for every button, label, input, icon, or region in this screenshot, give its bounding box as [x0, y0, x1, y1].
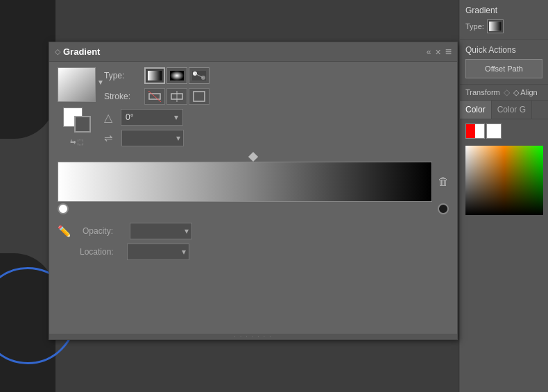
svg-rect-2 [465, 146, 543, 215]
left-thumbs: ▼ ⇆ ⬚ [58, 67, 96, 146]
titlebar-left: ◇ Gradient [55, 46, 100, 57]
stroke-row: Stroke: [104, 88, 449, 105]
location-dropdown[interactable]: ▾ [127, 244, 189, 260]
main-controls-area: ▼ ⇆ ⬚ Type: [49, 62, 457, 146]
right-gradient-title: Gradient [465, 6, 542, 15]
right-side-panel: Gradient Type: Quick Actions Offset Path [459, 0, 548, 392]
swap-icons-row: ⇆ ⬚ [70, 138, 83, 146]
gradient-thumbnail-wrapper: ▼ [58, 67, 96, 102]
right-type-label: Type: [465, 22, 484, 31]
gradient-bar[interactable] [58, 162, 432, 202]
opacity-label: Opacity: [83, 226, 124, 236]
effect-icon: ⇌ [104, 132, 113, 144]
stroke-btn-1[interactable] [144, 88, 165, 105]
svg-rect-3 [148, 71, 162, 80]
thumb-dropdown-arrow[interactable]: ▼ [97, 78, 104, 86]
quick-actions-section: Quick Actions Offset Path [460, 40, 548, 85]
location-label: Location: [80, 247, 121, 257]
type-label: Type: [104, 71, 139, 80]
type-freeform-btn[interactable] [189, 67, 209, 84]
transform-label[interactable]: Transform [465, 88, 500, 96]
svg-rect-13 [194, 92, 205, 101]
eyedropper-icon[interactable]: ✏️ [58, 225, 71, 238]
type-linear-btn[interactable] [144, 67, 165, 84]
stroke-btn-3[interactable] [189, 88, 209, 105]
svg-rect-4 [170, 71, 184, 80]
gradient-bar-section: 🗑 [49, 146, 457, 216]
bottom-controls: ✏️ Opacity: ▾ Location: ▾ [49, 216, 457, 267]
reset-icon[interactable]: ⬚ [77, 138, 83, 146]
angle-icon: △ [104, 111, 112, 124]
align-label[interactable]: ◇ Align [513, 88, 538, 97]
effect-row: ⇌ ▾ [104, 130, 449, 146]
svg-rect-0 [489, 22, 502, 31]
stroke-btn-2[interactable] [166, 88, 187, 105]
close-icon[interactable]: × [435, 46, 440, 58]
tab-color-g[interactable]: Color G [492, 101, 532, 119]
right-type-linear-btn[interactable] [487, 19, 504, 33]
effect-dropdown[interactable]: ▾ [121, 130, 184, 146]
swatch-white[interactable] [486, 123, 502, 139]
scrollbar-indicator: · · · · · · · [234, 334, 273, 340]
gradient-stop-black[interactable] [438, 203, 449, 214]
tab-color[interactable]: Color [460, 101, 492, 119]
color-tabs: Color Color G [460, 101, 548, 119]
gradient-stop-white[interactable] [58, 203, 69, 214]
angle-input[interactable]: 0° ▾ [121, 109, 183, 126]
svg-line-10 [148, 91, 161, 102]
collapse-icon[interactable]: « [427, 47, 431, 57]
menu-icon[interactable]: ≡ [445, 46, 452, 58]
type-row: Type: [104, 67, 449, 84]
panel-diamond-icon: ◇ [55, 47, 60, 56]
stroke-fill-swatch [63, 108, 91, 133]
gradient-bar-wrapper: 🗑 [58, 162, 449, 202]
color-picker-canvas[interactable] [465, 146, 543, 215]
panel-controls: « × ≡ [427, 46, 452, 58]
panel-titlebar: ◇ Gradient « × ≡ [49, 42, 457, 62]
gradient-panel: ◇ Gradient « × ≡ ▼ ⇆ ⬚ [49, 42, 458, 340]
opacity-row: ✏️ Opacity: ▾ [58, 223, 449, 239]
gradient-stops-row [58, 202, 449, 216]
opacity-dropdown[interactable]: ▾ [130, 223, 192, 239]
right-gradient-section: Gradient Type: [460, 0, 548, 40]
angle-value: 0° [126, 112, 133, 122]
offset-path-button[interactable]: Offset Path [465, 59, 542, 78]
delete-stop-button[interactable]: 🗑 [438, 176, 449, 188]
type-radial-btn[interactable] [166, 67, 187, 84]
right-controls: Type: [104, 67, 449, 146]
color-swatches-row [460, 119, 548, 143]
transform-align-section: Transform ◇ ◇ Align [460, 85, 548, 101]
panel-scrollbar[interactable]: · · · · · · · [49, 334, 457, 339]
swap-icon[interactable]: ⇆ [70, 138, 76, 146]
location-row: Location: ▾ [58, 244, 449, 260]
corner-shape-bl [0, 253, 55, 392]
diamond-indicator-row [58, 153, 449, 160]
stroke-swatch[interactable] [74, 116, 91, 133]
panel-title: Gradient [63, 46, 100, 57]
angle-row: △ 0° ▾ [104, 109, 449, 126]
quick-actions-title: Quick Actions [465, 45, 542, 55]
corner-shape-tl [0, 0, 55, 139]
gradient-thumbnail[interactable] [58, 67, 96, 102]
right-type-row: Type: [465, 19, 542, 33]
type-buttons [144, 67, 209, 84]
diamond-stop-indicator[interactable] [248, 152, 258, 162]
stroke-label: Stroke: [104, 92, 139, 101]
swatch-red-white[interactable] [465, 123, 485, 139]
stroke-buttons [144, 88, 209, 105]
